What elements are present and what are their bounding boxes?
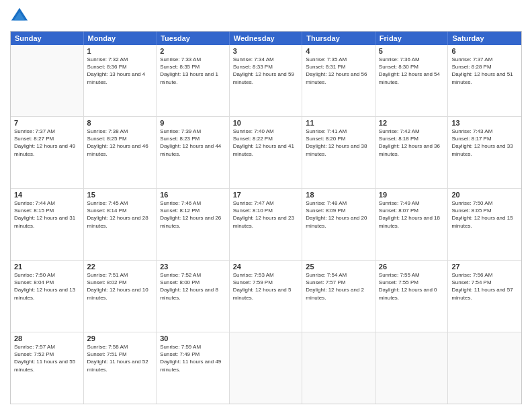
- day-number: 27: [451, 263, 518, 271]
- day-number: 15: [87, 191, 153, 199]
- day-info: Sunrise: 7:58 AMSunset: 7:51 PMDaylight:…: [87, 343, 153, 373]
- day-number: 10: [233, 119, 299, 127]
- day-info: Sunrise: 7:50 AMSunset: 8:04 PMDaylight:…: [14, 271, 80, 302]
- day-cell-22: 22Sunrise: 7:51 AMSunset: 8:02 PMDayligh…: [84, 261, 157, 332]
- day-number: 2: [160, 47, 226, 55]
- day-info: Sunrise: 7:42 AMSunset: 8:18 PMDaylight:…: [379, 128, 445, 158]
- day-number: 24: [233, 263, 299, 271]
- day-cell-7: 7Sunrise: 7:37 AMSunset: 8:27 PMDaylight…: [11, 117, 84, 188]
- day-number: 30: [160, 334, 226, 342]
- day-cell-5: 5Sunrise: 7:36 AMSunset: 8:30 PMDaylight…: [375, 45, 449, 116]
- day-number: 29: [87, 334, 153, 342]
- day-number: 7: [14, 119, 80, 127]
- day-number: 9: [160, 119, 226, 127]
- day-number: 19: [379, 191, 445, 199]
- header-day-sunday: Sunday: [11, 32, 84, 45]
- header-day-saturday: Saturday: [448, 32, 521, 45]
- day-cell-11: 11Sunrise: 7:41 AMSunset: 8:20 PMDayligh…: [302, 117, 375, 188]
- day-info: Sunrise: 7:46 AMSunset: 8:12 PMDaylight:…: [160, 199, 226, 230]
- week-row-2: 7Sunrise: 7:37 AMSunset: 8:27 PMDaylight…: [11, 117, 521, 189]
- day-cell-8: 8Sunrise: 7:38 AMSunset: 8:25 PMDaylight…: [84, 117, 157, 188]
- day-info: Sunrise: 7:49 AMSunset: 8:07 PMDaylight:…: [379, 199, 445, 230]
- week-row-3: 14Sunrise: 7:44 AMSunset: 8:15 PMDayligh…: [11, 189, 521, 261]
- day-info: Sunrise: 7:59 AMSunset: 7:49 PMDaylight:…: [160, 343, 226, 373]
- day-info: Sunrise: 7:32 AMSunset: 8:36 PMDaylight:…: [87, 56, 153, 86]
- header: [10, 7, 522, 26]
- day-cell-15: 15Sunrise: 7:45 AMSunset: 8:14 PMDayligh…: [84, 189, 157, 260]
- day-number: 11: [306, 119, 371, 127]
- day-cell-4: 4Sunrise: 7:35 AMSunset: 8:31 PMDaylight…: [302, 45, 375, 116]
- day-cell-empty: [448, 332, 521, 404]
- day-info: Sunrise: 7:35 AMSunset: 8:31 PMDaylight:…: [306, 56, 371, 86]
- day-number: 22: [87, 263, 153, 271]
- day-info: Sunrise: 7:52 AMSunset: 8:00 PMDaylight:…: [160, 271, 226, 302]
- day-cell-12: 12Sunrise: 7:42 AMSunset: 8:18 PMDayligh…: [375, 117, 449, 188]
- day-number: 18: [306, 191, 371, 199]
- day-cell-20: 20Sunrise: 7:50 AMSunset: 8:05 PMDayligh…: [448, 189, 521, 260]
- day-cell-empty: [302, 332, 375, 404]
- day-info: Sunrise: 7:57 AMSunset: 7:52 PMDaylight:…: [14, 343, 80, 373]
- calendar-body: 1Sunrise: 7:32 AMSunset: 8:36 PMDaylight…: [11, 45, 521, 404]
- calendar: SundayMondayTuesdayWednesdayThursdayFrid…: [10, 31, 522, 404]
- day-number: 20: [451, 191, 518, 199]
- day-number: 21: [14, 263, 80, 271]
- page: SundayMondayTuesdayWednesdayThursdayFrid…: [0, 0, 532, 411]
- day-number: 12: [379, 119, 445, 127]
- day-info: Sunrise: 7:45 AMSunset: 8:14 PMDaylight:…: [87, 199, 153, 230]
- day-info: Sunrise: 7:41 AMSunset: 8:20 PMDaylight:…: [306, 128, 371, 158]
- day-number: 25: [306, 263, 371, 271]
- day-cell-17: 17Sunrise: 7:47 AMSunset: 8:10 PMDayligh…: [230, 189, 303, 260]
- day-cell-28: 28Sunrise: 7:57 AMSunset: 7:52 PMDayligh…: [11, 332, 84, 404]
- day-cell-14: 14Sunrise: 7:44 AMSunset: 8:15 PMDayligh…: [11, 189, 84, 260]
- day-number: 14: [14, 191, 80, 199]
- day-cell-empty: [375, 332, 449, 404]
- day-cell-30: 30Sunrise: 7:59 AMSunset: 7:49 PMDayligh…: [157, 332, 230, 404]
- day-info: Sunrise: 7:54 AMSunset: 7:57 PMDaylight:…: [306, 271, 371, 302]
- day-info: Sunrise: 7:44 AMSunset: 8:15 PMDaylight:…: [14, 199, 80, 230]
- day-cell-25: 25Sunrise: 7:54 AMSunset: 7:57 PMDayligh…: [302, 261, 375, 332]
- day-number: 16: [160, 191, 226, 199]
- day-info: Sunrise: 7:47 AMSunset: 8:10 PMDaylight:…: [233, 199, 299, 230]
- day-cell-18: 18Sunrise: 7:48 AMSunset: 8:09 PMDayligh…: [302, 189, 375, 260]
- day-info: Sunrise: 7:38 AMSunset: 8:25 PMDaylight:…: [87, 128, 153, 158]
- day-info: Sunrise: 7:37 AMSunset: 8:27 PMDaylight:…: [14, 128, 80, 158]
- day-info: Sunrise: 7:53 AMSunset: 7:59 PMDaylight:…: [233, 271, 299, 302]
- day-cell-21: 21Sunrise: 7:50 AMSunset: 8:04 PMDayligh…: [11, 261, 84, 332]
- day-cell-empty: [11, 45, 84, 116]
- day-info: Sunrise: 7:56 AMSunset: 7:54 PMDaylight:…: [451, 271, 518, 302]
- day-info: Sunrise: 7:55 AMSunset: 7:55 PMDaylight:…: [379, 271, 445, 302]
- day-number: 8: [87, 119, 153, 127]
- header-day-wednesday: Wednesday: [230, 32, 303, 45]
- day-cell-27: 27Sunrise: 7:56 AMSunset: 7:54 PMDayligh…: [448, 261, 521, 332]
- day-info: Sunrise: 7:37 AMSunset: 8:28 PMDaylight:…: [451, 56, 518, 86]
- day-number: 17: [233, 191, 299, 199]
- day-cell-10: 10Sunrise: 7:40 AMSunset: 8:22 PMDayligh…: [230, 117, 303, 188]
- day-info: Sunrise: 7:48 AMSunset: 8:09 PMDaylight:…: [306, 199, 371, 230]
- logo-icon: [10, 7, 29, 26]
- header-day-monday: Monday: [84, 32, 157, 45]
- day-cell-23: 23Sunrise: 7:52 AMSunset: 8:00 PMDayligh…: [157, 261, 230, 332]
- day-cell-16: 16Sunrise: 7:46 AMSunset: 8:12 PMDayligh…: [157, 189, 230, 260]
- day-info: Sunrise: 7:34 AMSunset: 8:33 PMDaylight:…: [233, 56, 299, 86]
- day-info: Sunrise: 7:39 AMSunset: 8:23 PMDaylight:…: [160, 128, 226, 158]
- day-cell-13: 13Sunrise: 7:43 AMSunset: 8:17 PMDayligh…: [448, 117, 521, 188]
- day-cell-29: 29Sunrise: 7:58 AMSunset: 7:51 PMDayligh…: [84, 332, 157, 404]
- day-info: Sunrise: 7:43 AMSunset: 8:17 PMDaylight:…: [451, 128, 518, 158]
- day-cell-2: 2Sunrise: 7:33 AMSunset: 8:35 PMDaylight…: [157, 45, 230, 116]
- logo: [10, 7, 32, 26]
- header-day-friday: Friday: [375, 32, 449, 45]
- day-info: Sunrise: 7:36 AMSunset: 8:30 PMDaylight:…: [379, 56, 445, 86]
- day-number: 26: [379, 263, 445, 271]
- day-number: 13: [451, 119, 518, 127]
- header-day-thursday: Thursday: [302, 32, 375, 45]
- day-cell-6: 6Sunrise: 7:37 AMSunset: 8:28 PMDaylight…: [448, 45, 521, 116]
- day-cell-24: 24Sunrise: 7:53 AMSunset: 7:59 PMDayligh…: [230, 261, 303, 332]
- day-info: Sunrise: 7:51 AMSunset: 8:02 PMDaylight:…: [87, 271, 153, 302]
- day-cell-1: 1Sunrise: 7:32 AMSunset: 8:36 PMDaylight…: [84, 45, 157, 116]
- week-row-1: 1Sunrise: 7:32 AMSunset: 8:36 PMDaylight…: [11, 45, 521, 117]
- day-info: Sunrise: 7:33 AMSunset: 8:35 PMDaylight:…: [160, 56, 226, 86]
- day-number: 5: [379, 47, 445, 55]
- calendar-header: SundayMondayTuesdayWednesdayThursdayFrid…: [11, 32, 521, 45]
- day-info: Sunrise: 7:50 AMSunset: 8:05 PMDaylight:…: [451, 199, 518, 230]
- day-number: 23: [160, 263, 226, 271]
